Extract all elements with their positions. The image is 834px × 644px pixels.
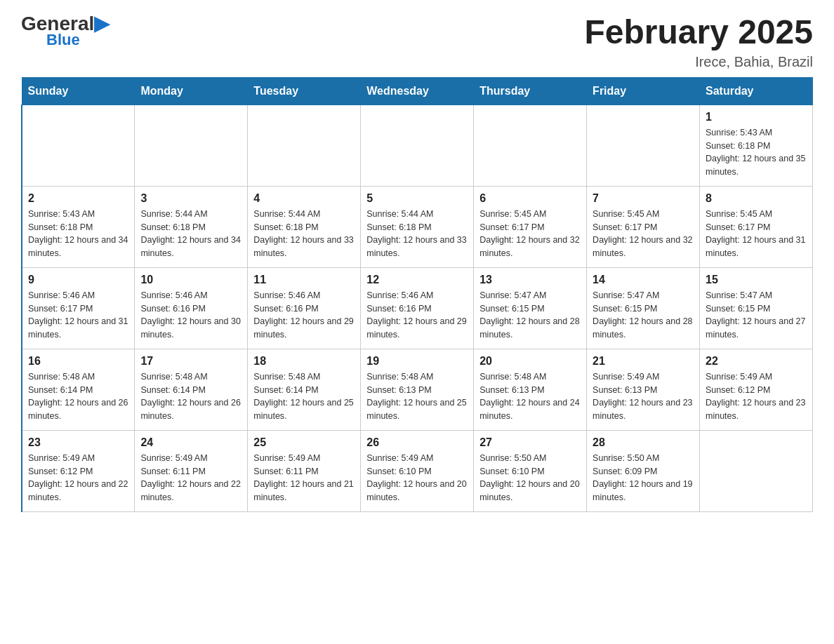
sunrise-text: Sunrise: 5:43 AM <box>706 128 772 137</box>
table-row: 11Sunrise: 5:46 AMSunset: 6:16 PMDayligh… <box>248 267 361 349</box>
daylight-text: Daylight: 12 hours and 27 minutes. <box>706 316 805 340</box>
header-wednesday: Wednesday <box>361 77 474 105</box>
day-number: 19 <box>366 355 468 368</box>
daylight-text: Daylight: 12 hours and 28 minutes. <box>593 316 692 340</box>
daylight-text: Daylight: 12 hours and 33 minutes. <box>253 235 353 258</box>
sunrise-text: Sunrise: 5:44 AM <box>140 209 207 219</box>
table-row: 12Sunrise: 5:46 AMSunset: 6:16 PMDayligh… <box>361 267 474 349</box>
day-info: Sunrise: 5:49 AMSunset: 6:12 PMDaylight:… <box>28 452 128 504</box>
sunrise-text: Sunrise: 5:49 AM <box>140 453 207 463</box>
sunrise-text: Sunrise: 5:50 AM <box>479 453 546 463</box>
day-number: 16 <box>28 355 128 368</box>
day-info: Sunrise: 5:46 AMSunset: 6:17 PMDaylight:… <box>28 289 128 342</box>
sunrise-text: Sunrise: 5:45 AM <box>706 209 772 219</box>
daylight-text: Daylight: 12 hours and 34 minutes. <box>28 235 128 258</box>
table-row <box>474 105 587 186</box>
table-row: 15Sunrise: 5:47 AMSunset: 6:15 PMDayligh… <box>700 267 813 349</box>
sunset-text: Sunset: 6:18 PM <box>140 222 205 232</box>
daylight-text: Daylight: 12 hours and 22 minutes. <box>140 479 240 502</box>
calendar-week-row: 16Sunrise: 5:48 AMSunset: 6:14 PMDayligh… <box>22 349 813 430</box>
sunrise-text: Sunrise: 5:50 AM <box>593 453 659 463</box>
sunset-text: Sunset: 6:18 PM <box>706 141 770 151</box>
sunrise-text: Sunrise: 5:46 AM <box>28 290 95 300</box>
calendar-table: Sunday Monday Tuesday Wednesday Thursday… <box>21 77 813 512</box>
sunrise-text: Sunrise: 5:45 AM <box>479 209 546 219</box>
daylight-text: Daylight: 12 hours and 26 minutes. <box>28 398 128 421</box>
day-info: Sunrise: 5:44 AMSunset: 6:18 PMDaylight:… <box>366 208 468 260</box>
table-row: 19Sunrise: 5:48 AMSunset: 6:13 PMDayligh… <box>361 349 474 430</box>
day-info: Sunrise: 5:48 AMSunset: 6:14 PMDaylight:… <box>28 370 128 423</box>
sunrise-text: Sunrise: 5:48 AM <box>253 372 320 382</box>
day-info: Sunrise: 5:45 AMSunset: 6:17 PMDaylight:… <box>479 208 581 260</box>
table-row: 21Sunrise: 5:49 AMSunset: 6:13 PMDayligh… <box>587 349 700 430</box>
daylight-text: Daylight: 12 hours and 32 minutes. <box>479 235 579 258</box>
calendar-subtitle: Irece, Bahia, Brazil <box>584 54 813 70</box>
sunrise-text: Sunrise: 5:47 AM <box>593 290 659 300</box>
day-number: 26 <box>366 436 468 449</box>
day-number: 15 <box>706 274 807 286</box>
table-row: 16Sunrise: 5:48 AMSunset: 6:14 PMDayligh… <box>22 349 135 430</box>
day-info: Sunrise: 5:49 AMSunset: 6:10 PMDaylight:… <box>366 452 468 504</box>
sunrise-text: Sunrise: 5:46 AM <box>366 290 433 300</box>
daylight-text: Daylight: 12 hours and 23 minutes. <box>706 398 805 421</box>
sunrise-text: Sunrise: 5:48 AM <box>366 372 433 382</box>
day-info: Sunrise: 5:44 AMSunset: 6:18 PMDaylight:… <box>253 208 355 260</box>
sunset-text: Sunset: 6:18 PM <box>366 222 431 232</box>
day-number: 11 <box>253 274 355 286</box>
header-tuesday: Tuesday <box>248 77 361 105</box>
day-info: Sunrise: 5:45 AMSunset: 6:17 PMDaylight:… <box>593 208 694 260</box>
day-number: 3 <box>140 192 241 205</box>
calendar-week-row: 23Sunrise: 5:49 AMSunset: 6:12 PMDayligh… <box>22 430 813 511</box>
calendar-title: February 2025 <box>584 14 813 51</box>
day-number: 12 <box>366 274 468 286</box>
sunset-text: Sunset: 6:12 PM <box>706 385 770 395</box>
day-number: 1 <box>706 111 807 123</box>
day-info: Sunrise: 5:50 AMSunset: 6:09 PMDaylight:… <box>593 452 694 504</box>
sunset-text: Sunset: 6:16 PM <box>253 304 318 314</box>
table-row: 27Sunrise: 5:50 AMSunset: 6:10 PMDayligh… <box>474 430 587 511</box>
sunset-text: Sunset: 6:13 PM <box>366 385 431 395</box>
day-number: 14 <box>593 274 694 286</box>
sunrise-text: Sunrise: 5:47 AM <box>706 290 772 300</box>
daylight-text: Daylight: 12 hours and 31 minutes. <box>706 235 805 258</box>
day-number: 24 <box>140 436 241 449</box>
day-number: 27 <box>479 436 581 449</box>
day-info: Sunrise: 5:49 AMSunset: 6:11 PMDaylight:… <box>140 452 241 504</box>
sunset-text: Sunset: 6:17 PM <box>706 222 770 232</box>
table-row <box>248 105 361 186</box>
sunset-text: Sunset: 6:17 PM <box>28 304 93 314</box>
sunset-text: Sunset: 6:11 PM <box>140 467 205 476</box>
sunrise-text: Sunrise: 5:45 AM <box>593 209 659 219</box>
table-row: 1Sunrise: 5:43 AMSunset: 6:18 PMDaylight… <box>700 105 813 186</box>
table-row: 20Sunrise: 5:48 AMSunset: 6:13 PMDayligh… <box>474 349 587 430</box>
calendar-week-row: 2Sunrise: 5:43 AMSunset: 6:18 PMDaylight… <box>22 186 813 267</box>
daylight-text: Daylight: 12 hours and 21 minutes. <box>253 479 353 502</box>
calendar-week-row: 1Sunrise: 5:43 AMSunset: 6:18 PMDaylight… <box>22 105 813 186</box>
sunset-text: Sunset: 6:13 PM <box>479 385 544 395</box>
sunrise-text: Sunrise: 5:47 AM <box>479 290 546 300</box>
sunrise-text: Sunrise: 5:49 AM <box>253 453 320 463</box>
table-row: 9Sunrise: 5:46 AMSunset: 6:17 PMDaylight… <box>22 267 135 349</box>
day-info: Sunrise: 5:46 AMSunset: 6:16 PMDaylight:… <box>140 289 241 342</box>
sunset-text: Sunset: 6:15 PM <box>479 304 544 314</box>
daylight-text: Daylight: 12 hours and 25 minutes. <box>253 398 353 421</box>
day-info: Sunrise: 5:48 AMSunset: 6:13 PMDaylight:… <box>366 370 468 423</box>
table-row: 8Sunrise: 5:45 AMSunset: 6:17 PMDaylight… <box>700 186 813 267</box>
table-row: 22Sunrise: 5:49 AMSunset: 6:12 PMDayligh… <box>700 349 813 430</box>
sunrise-text: Sunrise: 5:46 AM <box>253 290 320 300</box>
table-row: 23Sunrise: 5:49 AMSunset: 6:12 PMDayligh… <box>22 430 135 511</box>
sunset-text: Sunset: 6:15 PM <box>706 304 770 314</box>
sunset-text: Sunset: 6:09 PM <box>593 467 657 476</box>
daylight-text: Daylight: 12 hours and 34 minutes. <box>140 235 240 258</box>
table-row: 25Sunrise: 5:49 AMSunset: 6:11 PMDayligh… <box>248 430 361 511</box>
sunset-text: Sunset: 6:16 PM <box>366 304 431 314</box>
sunrise-text: Sunrise: 5:49 AM <box>593 372 659 382</box>
sunset-text: Sunset: 6:18 PM <box>253 222 318 232</box>
table-row: 17Sunrise: 5:48 AMSunset: 6:14 PMDayligh… <box>135 349 248 430</box>
day-number: 18 <box>253 355 355 368</box>
sunrise-text: Sunrise: 5:49 AM <box>706 372 772 382</box>
day-info: Sunrise: 5:46 AMSunset: 6:16 PMDaylight:… <box>366 289 468 342</box>
day-number: 23 <box>28 436 128 449</box>
sunrise-text: Sunrise: 5:48 AM <box>28 372 95 382</box>
table-row: 13Sunrise: 5:47 AMSunset: 6:15 PMDayligh… <box>474 267 587 349</box>
